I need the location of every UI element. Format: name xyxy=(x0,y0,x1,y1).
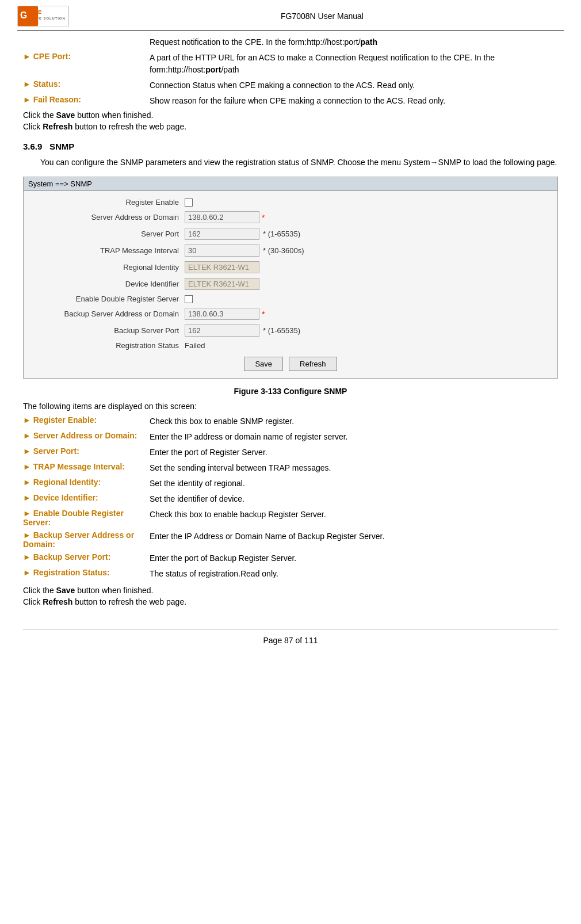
form-row-regional-identity: Regional Identity xyxy=(35,261,546,273)
logo: GAOKE CREATIVE SOLUTION G xyxy=(17,6,69,26)
form-label-double-register: Enable Double Register Server xyxy=(35,295,185,303)
form-row-server-port: Server Port * (1-65535) xyxy=(35,228,546,240)
form-row-trap-interval: TRAP Message Interval * (30-3600s) xyxy=(35,245,546,257)
double-register-checkbox[interactable] xyxy=(185,295,193,303)
form-label-regional-identity: Regional Identity xyxy=(35,263,185,272)
item-row-regional-identity: ► Regional Identity: Set the identity of… xyxy=(23,478,558,490)
item-label-backup-address: ► Backup Server Address or Domain: xyxy=(23,530,150,549)
backup-server-port-hint: * (1-65535) xyxy=(263,326,300,335)
item-desc-backup-address: Enter the IP Address or Domain Name of B… xyxy=(150,530,558,549)
intro-path-label xyxy=(23,36,150,48)
form-row-backup-server-port: Backup Server Port * (1-65535) xyxy=(35,324,546,337)
item-row-backup-address: ► Backup Server Address or Domain: Enter… xyxy=(23,530,558,549)
form-label-register-enable: Register Enable xyxy=(35,198,185,207)
item-desc-device-identifier: Set the identifier of device. xyxy=(150,493,558,505)
status-row: ► Status: Connection Status when CPE mak… xyxy=(23,79,558,91)
server-port-hint: * (1-65535) xyxy=(263,230,300,238)
page-number: Page 87 of 111 xyxy=(263,636,318,645)
server-address-required: * xyxy=(262,213,265,222)
snmp-panel-body: Register Enable Server Address or Domain… xyxy=(24,191,557,378)
item-label-server-port: ► Server Port: xyxy=(23,446,150,459)
click-refresh-line-bottom: Click Refresh button to refresh the web … xyxy=(23,597,558,606)
item-label-server-address: ► Server Address or Domain: xyxy=(23,431,150,443)
click-save-line-bottom: Click the Save button when finished. xyxy=(23,586,558,595)
item-label-backup-port: ► Backup Server Port: xyxy=(23,552,150,564)
items-list: ► Register Enable: Check this box to ena… xyxy=(23,415,558,580)
server-port-input[interactable] xyxy=(185,228,259,240)
form-label-registration-status: Registration Status xyxy=(35,341,185,350)
item-label-registration-status: ► Registration Status: xyxy=(23,568,150,580)
cpe-port-row: ► CPE Port: A part of the HTTP URL for a… xyxy=(23,52,558,76)
section-title: 3.6.9 SNMP xyxy=(23,142,558,151)
form-row-device-identifier: Device Identifier xyxy=(35,278,546,290)
item-desc-regional-identity: Set the identity of regional. xyxy=(150,478,558,490)
trap-interval-input[interactable] xyxy=(185,245,259,257)
intro-block: Request notification to the CPE. In the … xyxy=(23,36,558,131)
form-buttons: Save Refresh xyxy=(35,357,546,371)
click-refresh-line-top: Click Refresh button to refresh the web … xyxy=(23,122,558,131)
item-label-device-identifier: ► Device Identifier: xyxy=(23,493,150,505)
item-row-device-identifier: ► Device Identifier: Set the identifier … xyxy=(23,493,558,505)
status-label: ► Status: xyxy=(23,79,150,91)
item-label-double-register: ► Enable Double Register Server: xyxy=(23,509,150,527)
form-row-register-enable: Register Enable xyxy=(35,198,546,207)
backup-server-address-required: * xyxy=(262,310,265,319)
items-intro: The following items are displayed on thi… xyxy=(23,402,558,411)
backup-server-address-input[interactable] xyxy=(185,308,259,320)
item-desc-registration-status: The status of registration.Read only. xyxy=(150,568,558,580)
backup-server-port-input[interactable] xyxy=(185,324,259,337)
item-row-server-port: ► Server Port: Enter the port of Registe… xyxy=(23,446,558,459)
form-label-server-address: Server Address or Domain xyxy=(35,213,185,222)
form-row-backup-server-address: Backup Server Address or Domain * xyxy=(35,308,546,320)
form-row-registration-status: Registration Status Failed xyxy=(35,341,546,350)
refresh-button[interactable]: Refresh xyxy=(289,357,337,371)
form-row-double-register: Enable Double Register Server xyxy=(35,295,546,303)
status-desc: Connection Status when CPE making a conn… xyxy=(150,79,558,91)
item-label-regional-identity: ► Regional Identity: xyxy=(23,478,150,490)
form-row-server-address: Server Address or Domain * xyxy=(35,211,546,223)
fail-reason-row: ► Fail Reason: Show reason for the failu… xyxy=(23,95,558,107)
intro-path-row: Request notification to the CPE. In the … xyxy=(23,36,558,48)
intro-path-bold: path xyxy=(361,37,378,47)
item-desc-double-register: Check this box to enable backup Register… xyxy=(150,509,558,527)
page-container: GAOKE CREATIVE SOLUTION G FG7008N User M… xyxy=(0,0,581,924)
click-save-line-top: Click the Save button when finished. xyxy=(23,110,558,120)
section-heading: 3.6.9 SNMP xyxy=(23,142,558,151)
fail-reason-desc: Show reason for the failure when CPE mak… xyxy=(150,95,558,107)
registration-status-value: Failed xyxy=(185,341,205,350)
fail-reason-label: ► Fail Reason: xyxy=(23,95,150,107)
page-header: GAOKE CREATIVE SOLUTION G FG7008N User M… xyxy=(17,6,564,30)
header-title: FG7008N User Manual xyxy=(81,12,564,21)
svg-text:G: G xyxy=(20,10,28,20)
snmp-panel-title: System ==> SNMP xyxy=(24,177,557,191)
server-address-input[interactable] xyxy=(185,211,259,223)
item-desc-server-address: Enter the IP address or domain name of r… xyxy=(150,431,558,443)
item-label-trap-interval: ► TRAP Message Interval: xyxy=(23,462,150,474)
item-row-trap-interval: ► TRAP Message Interval: Set the sending… xyxy=(23,462,558,474)
form-label-device-identifier: Device Identifier xyxy=(35,280,185,288)
figure-caption: Figure 3-133 Configure SNMP xyxy=(23,387,558,396)
trap-interval-hint: * (30-3600s) xyxy=(263,246,304,255)
section-paragraph: You can configure the SNMP parameters an… xyxy=(40,156,558,169)
item-row-server-address: ► Server Address or Domain: Enter the IP… xyxy=(23,431,558,443)
form-label-server-port: Server Port xyxy=(35,230,185,238)
save-button[interactable]: Save xyxy=(244,357,283,371)
item-row-register-enable: ► Register Enable: Check this box to ena… xyxy=(23,415,558,427)
form-label-backup-server-address: Backup Server Address or Domain xyxy=(35,310,185,318)
item-row-backup-port: ► Backup Server Port: Enter the port of … xyxy=(23,552,558,564)
item-row-registration-status: ► Registration Status: The status of reg… xyxy=(23,568,558,580)
snmp-panel: System ==> SNMP Register Enable Server A… xyxy=(23,177,558,379)
regional-identity-input[interactable] xyxy=(185,261,259,273)
page-footer: Page 87 of 111 xyxy=(23,629,558,645)
register-enable-checkbox[interactable] xyxy=(185,198,193,207)
item-desc-trap-interval: Set the sending interval between TRAP me… xyxy=(150,462,558,474)
form-label-trap-interval: TRAP Message Interval xyxy=(35,246,185,255)
item-row-double-register: ► Enable Double Register Server: Check t… xyxy=(23,509,558,527)
device-identifier-input[interactable] xyxy=(185,278,259,290)
content-area: Request notification to the CPE. In the … xyxy=(17,36,564,645)
intro-path-desc: Request notification to the CPE. In the … xyxy=(150,36,558,48)
cpe-port-label: ► CPE Port: xyxy=(23,52,150,76)
item-desc-server-port: Enter the port of Register Server. xyxy=(150,446,558,459)
item-desc-register-enable: Check this box to enable SNMP register. xyxy=(150,415,558,427)
item-desc-backup-port: Enter the port of Backup Register Server… xyxy=(150,552,558,564)
